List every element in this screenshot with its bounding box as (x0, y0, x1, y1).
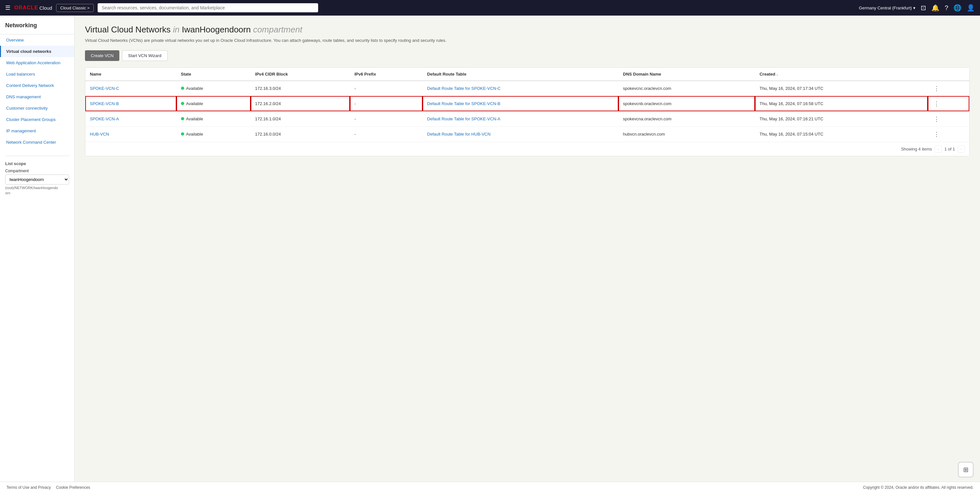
sidebar: Networking Overview Virtual cloud networ… (0, 16, 75, 482)
cell-actions: ⋮ (928, 127, 969, 142)
table-row: SPOKE-VCN-B Available 172.16.2.0/24 - De… (85, 96, 969, 111)
cell-created: Thu, May 16, 2024, 07:16:58 UTC (755, 96, 928, 111)
col-name: Name (85, 68, 177, 81)
start-vcn-wizard-button[interactable]: Start VCN Wizard (122, 50, 168, 61)
row-actions-button[interactable]: ⋮ (932, 116, 941, 122)
help-fab-icon: ⊞ (963, 466, 969, 474)
col-state: State (177, 68, 251, 81)
state-text: Available (186, 86, 203, 91)
vcn-name-link[interactable]: SPOKE-VCN-A (90, 116, 119, 121)
cell-actions: ⋮ (928, 81, 969, 96)
sidebar-title: Networking (0, 22, 74, 34)
state-text: Available (186, 101, 203, 106)
page-footer: Terms of Use and Privacy Cookie Preferen… (0, 482, 980, 493)
state-dot (181, 87, 184, 90)
list-scope-section: List scope Compartment IwanHoogendoorn (… (0, 156, 74, 195)
row-actions-button[interactable]: ⋮ (932, 131, 941, 138)
cell-ipv4: 172.16.2.0/24 (251, 96, 350, 111)
col-actions (928, 68, 969, 81)
copyright-text: Copyright © 2024, Oracle and/or its affi… (863, 485, 974, 490)
col-ipv4: IPv4 CIDR Block (251, 68, 350, 81)
cell-name: SPOKE-VCN-B (85, 96, 177, 111)
cell-route-table: Default Route Table for SPOKE-VCN-C (423, 81, 619, 96)
page-title-suffix: compartment (253, 25, 302, 34)
terminal-icon[interactable]: ⊡ (921, 4, 926, 12)
globe-icon[interactable]: 🌐 (953, 4, 961, 12)
col-route-table: Default Route Table (423, 68, 619, 81)
vcn-name-link[interactable]: HUB-VCN (90, 132, 109, 137)
cookie-preferences-link[interactable]: Cookie Preferences (56, 485, 90, 490)
vcn-name-link[interactable]: SPOKE-VCN-C (90, 86, 119, 91)
route-table-link[interactable]: Default Route Table for SPOKE-VCN-A (427, 116, 500, 121)
cell-dns: spokevcnc.oraclevcn.com (619, 81, 755, 96)
chevron-down-icon: ▾ (913, 5, 915, 10)
sidebar-item-overview[interactable]: Overview (0, 34, 74, 46)
search-input[interactable] (98, 3, 318, 12)
sidebar-item-cluster-placement-groups[interactable]: Cluster Placement Groups (0, 114, 74, 125)
sidebar-item-network-command-center[interactable]: Network Command Center (0, 137, 74, 148)
region-selector[interactable]: Germany Central (Frankfurt) ▾ (859, 5, 915, 10)
pagination-info: 1 of 1 (944, 146, 955, 151)
page-title: Virtual Cloud Networks in IwanHoogendoor… (85, 25, 970, 35)
help-icon[interactable]: ? (945, 4, 948, 12)
route-table-link[interactable]: Default Route Table for SPOKE-VCN-C (427, 86, 501, 91)
vcn-name-link[interactable]: SPOKE-VCN-B (90, 101, 119, 106)
sidebar-item-ip-management[interactable]: IP management (0, 125, 74, 137)
oracle-logo: ORACLE Cloud (14, 5, 52, 11)
cell-state: Available (177, 81, 251, 96)
cell-state: Available (177, 111, 251, 127)
cell-ipv4: 172.16.3.0/24 (251, 81, 350, 96)
user-icon[interactable]: 👤 (967, 4, 975, 12)
vcn-table-container: Name State IPv4 CIDR Block IPv6 Prefix D… (85, 67, 970, 156)
hamburger-icon[interactable]: ☰ (5, 4, 10, 11)
state-text: Available (186, 116, 203, 121)
row-actions-button[interactable]: ⋮ (932, 100, 941, 107)
create-vcn-button[interactable]: Create VCN (85, 50, 119, 61)
page-title-in: in (173, 25, 181, 34)
cell-ipv6: - (350, 127, 423, 142)
sidebar-item-content-delivery-network[interactable]: Content Delivery Network (0, 80, 74, 91)
cell-dns: spokevcnb.oraclevcn.com (619, 96, 755, 111)
col-created[interactable]: Created (755, 68, 928, 81)
terms-link[interactable]: Terms of Use and Privacy (6, 485, 51, 490)
route-table-link[interactable]: Default Route Table for SPOKE-VCN-B (427, 101, 500, 106)
cell-ipv6: - (350, 81, 423, 96)
bell-icon[interactable]: 🔔 (931, 4, 939, 12)
cell-route-table: Default Route Table for SPOKE-VCN-B (423, 96, 619, 111)
page-title-prefix: Virtual Cloud Networks (85, 25, 170, 34)
col-dns: DNS Domain Name (619, 68, 755, 81)
cell-ipv4: 172.16.1.0/24 (251, 111, 350, 127)
cell-dns: spokevcna.oraclevcn.com (619, 111, 755, 127)
region-label: Germany Central (Frankfurt) (859, 5, 912, 10)
footer-links: Terms of Use and Privacy Cookie Preferen… (6, 485, 90, 490)
top-navigation: ☰ ORACLE Cloud Cloud Classic > Germany C… (0, 0, 980, 16)
cloud-classic-button[interactable]: Cloud Classic > (56, 4, 94, 12)
state-text: Available (186, 132, 203, 137)
sidebar-item-dns-management[interactable]: DNS management (0, 91, 74, 102)
cell-ipv4: 172.16.0.0/24 (251, 127, 350, 142)
main-content: Virtual Cloud Networks in IwanHoogendoor… (75, 16, 980, 482)
sidebar-item-virtual-cloud-networks[interactable]: Virtual cloud networks (0, 46, 74, 57)
row-actions-button[interactable]: ⋮ (932, 85, 941, 92)
compartment-label: Compartment (5, 169, 69, 173)
sidebar-item-customer-connectivity[interactable]: Customer connectivity (0, 102, 74, 114)
topnav-right: Germany Central (Frankfurt) ▾ ⊡ 🔔 ? 🌐 👤 (859, 4, 975, 12)
cell-route-table: Default Route Table for SPOKE-VCN-A (423, 111, 619, 127)
cell-state: Available (177, 96, 251, 111)
cell-name: SPOKE-VCN-A (85, 111, 177, 127)
help-fab-button[interactable]: ⊞ (958, 462, 974, 477)
oracle-text: ORACLE (14, 5, 38, 11)
sidebar-item-web-app-acceleration[interactable]: Web Application Acceleration (0, 57, 74, 68)
showing-items-text: Showing 4 items (901, 146, 932, 151)
cell-route-table: Default Route Table for HUB-VCN (423, 127, 619, 142)
compartment-path: (root)/NETWORK/IwanHoogendo (5, 186, 69, 190)
page-title-compartment: IwanHoogendoorn (182, 25, 251, 34)
compartment-path2: orn (5, 191, 69, 195)
table-footer: Showing 4 items ‹ 1 of 1 › (85, 142, 969, 156)
sidebar-item-load-balancers[interactable]: Load balancers (0, 68, 74, 80)
compartment-select[interactable]: IwanHoogendoorn (5, 175, 69, 184)
vcn-table: Name State IPv4 CIDR Block IPv6 Prefix D… (85, 68, 969, 142)
route-table-link[interactable]: Default Route Table for HUB-VCN (427, 132, 491, 137)
pagination-next-button[interactable]: › (958, 145, 965, 153)
pagination-prev-button[interactable]: ‹ (935, 145, 942, 153)
